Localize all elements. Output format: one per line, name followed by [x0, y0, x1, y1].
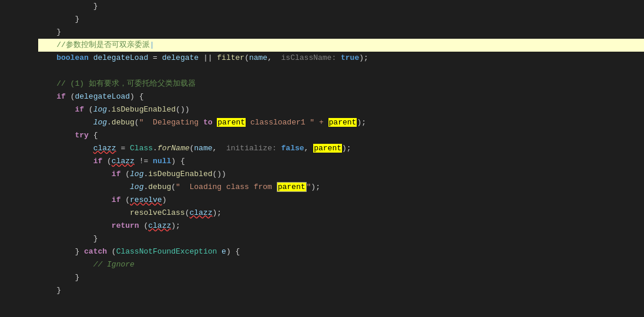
code-line: } [38, 0, 644, 13]
code-editor: } } } //参数控制是否可双亲委派| boolean delegateLoa… [0, 0, 644, 317]
code-line-if-log2: if (log.isDebugEnabled()) [38, 168, 644, 181]
code-line-if-log: if (log.isDebugEnabled()) [38, 103, 644, 116]
code-line-try: try { [38, 129, 644, 142]
code-line-clazz-forname: clazz = Class.forName(name, initialize: … [38, 142, 644, 155]
code-line-comment-zh: //参数控制是否可双亲委派| [38, 39, 644, 52]
code-line-if-delegate: if (delegateLoad) { [38, 90, 644, 103]
code-line: } [38, 13, 644, 26]
line-numbers [0, 0, 32, 317]
code-line-empty [38, 65, 644, 77]
code-line-comment2: // (1) 如有要求，可委托给父类加载器 [38, 77, 644, 90]
code-line-if-resolve: if (resolve) [38, 194, 644, 207]
code-line: } [38, 26, 644, 39]
code-line-if-null: if (clazz != null) { [38, 155, 644, 168]
code-line-catch: } catch (ClassNotFoundException e) { [38, 245, 644, 258]
code-content: } } } //参数控制是否可双亲委派| boolean delegateLoa… [32, 0, 644, 317]
code-line-brace-close-if: } [38, 232, 644, 245]
code-line-return: return (clazz); [38, 220, 644, 232]
code-line-brace-close-method: } [38, 284, 644, 297]
code-line-resolve-class: resolveClass(clazz); [38, 207, 644, 220]
code-line-boolean: boolean delegateLoad = delegate || filte… [38, 52, 644, 65]
code-line-comment-ignore: // Ignore [38, 258, 644, 271]
code-line-log-loading: log.debug(" Loading class from parent"); [38, 181, 644, 194]
code-line-log-delegating: log.debug(" Delegating to parent classlo… [38, 116, 644, 129]
code-line-brace-close-catch: } [38, 271, 644, 284]
